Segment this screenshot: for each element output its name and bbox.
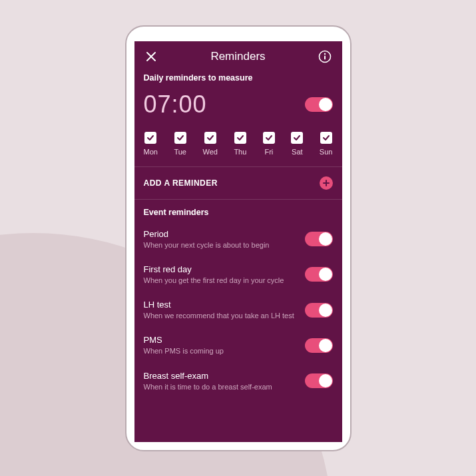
checkbox-icon — [320, 132, 332, 144]
checkbox-icon — [291, 132, 303, 144]
app-screen: Reminders Daily reminders to measure 07:… — [134, 41, 342, 442]
event-section-label: Event reminders — [134, 200, 342, 222]
day-label: Mon — [144, 148, 158, 156]
checkbox-icon — [174, 132, 186, 144]
day-tue[interactable]: Tue — [174, 132, 186, 156]
add-reminder-label: ADD A REMINDER — [144, 178, 218, 188]
event-toggle-period[interactable] — [305, 232, 333, 246]
event-desc: When we recommend that you take an LH te… — [144, 311, 297, 320]
plus-icon — [320, 176, 333, 190]
event-title: First red day — [144, 264, 297, 274]
day-thu[interactable]: Thu — [234, 132, 246, 156]
event-toggle-pms[interactable] — [305, 338, 333, 353]
event-title: Breast self-exam — [144, 371, 297, 381]
page-title: Reminders — [210, 50, 265, 63]
daily-section-label: Daily reminders to measure — [134, 71, 342, 88]
checkbox-icon — [234, 132, 246, 144]
event-period: Period When your next cycle is about to … — [134, 222, 342, 258]
event-desc: When it is time to do a breast self-exam — [144, 382, 297, 391]
day-mon[interactable]: Mon — [144, 132, 158, 156]
checkbox-icon — [204, 132, 216, 144]
svg-rect-2 — [324, 55, 326, 59]
day-label: Fri — [264, 148, 273, 156]
reminder-time[interactable]: 07:00 — [144, 91, 207, 119]
phone-frame: Reminders Daily reminders to measure 07:… — [125, 25, 352, 451]
day-label: Sun — [320, 148, 333, 156]
event-toggle-first-red-day[interactable] — [305, 267, 333, 282]
event-pms: PMS When PMS is coming up — [134, 328, 342, 363]
day-label: Tue — [174, 148, 186, 156]
event-desc: When you get the first red day in your c… — [144, 276, 297, 285]
checkbox-icon — [144, 132, 156, 144]
event-title: LH test — [144, 300, 297, 310]
day-wed[interactable]: Wed — [202, 132, 217, 156]
time-row: 07:00 — [134, 88, 342, 125]
daily-toggle[interactable] — [305, 97, 333, 112]
svg-point-1 — [324, 53, 326, 54]
day-sat[interactable]: Sat — [291, 132, 303, 156]
event-toggle-breast-self-exam[interactable] — [305, 373, 333, 388]
event-breast-self-exam: Breast self-exam When it is time to do a… — [134, 364, 342, 399]
event-desc: When your next cycle is about to begin — [144, 240, 297, 250]
day-label: Sat — [292, 148, 303, 156]
event-toggle-lh-test[interactable] — [305, 303, 333, 318]
days-row: Mon Tue Wed Thu Fri Sat — [134, 125, 342, 166]
info-icon[interactable] — [318, 49, 332, 64]
event-title: PMS — [144, 335, 297, 345]
event-lh-test: LH test When we recommend that you take … — [134, 293, 342, 328]
day-fri[interactable]: Fri — [263, 132, 275, 156]
day-sun[interactable]: Sun — [320, 132, 333, 156]
day-label: Wed — [202, 148, 217, 156]
checkbox-icon — [263, 132, 275, 144]
close-icon[interactable] — [144, 49, 158, 64]
event-first-red-day: First red day When you get the first red… — [134, 258, 342, 293]
day-label: Thu — [234, 148, 246, 156]
top-bar: Reminders — [134, 41, 342, 71]
add-reminder-button[interactable]: ADD A REMINDER — [134, 167, 342, 199]
event-title: Period — [144, 229, 297, 239]
event-desc: When PMS is coming up — [144, 346, 297, 356]
